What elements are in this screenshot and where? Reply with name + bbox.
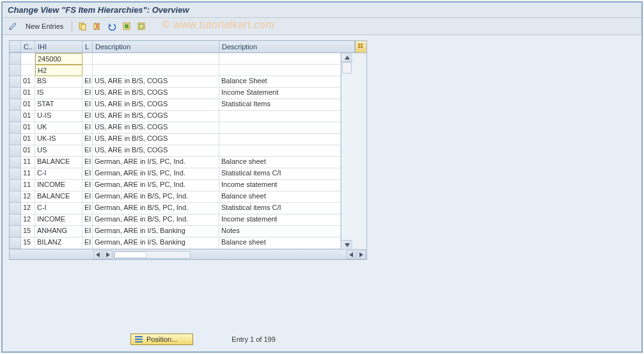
cell-c[interactable]: 12: [21, 191, 35, 203]
cell-lang[interactable]: EI: [82, 111, 93, 122]
cell-c[interactable]: 11: [21, 180, 35, 191]
cell-description-1[interactable]: [93, 53, 219, 65]
table-settings-icon[interactable]: [355, 41, 366, 52]
cell-description-2[interactable]: Notes: [219, 226, 341, 237]
row-selector[interactable]: [10, 237, 21, 249]
cell-description-2[interactable]: Income statement: [219, 180, 341, 191]
cell-lang[interactable]: EI: [82, 180, 93, 191]
cell-ihi[interactable]: UK: [35, 122, 82, 134]
scroll-left-2-icon[interactable]: [347, 250, 356, 259]
select-all-icon[interactable]: [120, 20, 133, 33]
copy-icon[interactable]: [76, 20, 89, 33]
position-button[interactable]: Position...: [130, 334, 193, 345]
cell-lang[interactable]: EI: [82, 168, 93, 180]
cell-description-2[interactable]: Income statement: [219, 214, 341, 226]
cell-description-1[interactable]: US, ARE in B/S, COGS: [93, 76, 219, 88]
cell-ihi[interactable]: US: [35, 145, 82, 157]
delete-icon[interactable]: [91, 20, 104, 33]
cell-description-2[interactable]: [219, 145, 341, 157]
col-description-2[interactable]: Description: [219, 41, 355, 52]
cell-description-2[interactable]: Income Statement: [219, 88, 341, 99]
cell-lang[interactable]: EI: [82, 157, 93, 168]
row-selector[interactable]: [10, 134, 21, 145]
hscroll-thumb[interactable]: [114, 252, 146, 258]
cell-ihi[interactable]: BALANCE: [35, 191, 82, 203]
cell-c[interactable]: 12: [21, 214, 35, 226]
cell-lang[interactable]: [82, 53, 93, 65]
row-selector[interactable]: [10, 122, 21, 134]
vertical-scrollbar[interactable]: [341, 53, 352, 249]
cell-c[interactable]: 01: [21, 88, 35, 99]
cell-description-1[interactable]: [93, 65, 219, 76]
hscroll-track[interactable]: [114, 251, 191, 259]
cell-ihi[interactable]: INCOME: [35, 214, 82, 226]
cell-description-1[interactable]: German, ARE in I/S, PC, Ind.: [93, 157, 219, 168]
cell-lang[interactable]: [82, 65, 93, 76]
cell-lang[interactable]: EI: [82, 145, 93, 157]
cell-description-2[interactable]: Statistical items C/I: [219, 203, 341, 214]
cell-ihi[interactable]: C-I: [35, 168, 82, 180]
cell-c[interactable]: 11: [21, 168, 35, 180]
cell-description-1[interactable]: US, ARE in B/S, COGS: [93, 99, 219, 111]
cell-c[interactable]: 01: [21, 76, 35, 88]
cell-ihi[interactable]: BALANCE: [35, 157, 82, 168]
cell-c[interactable]: [21, 53, 35, 65]
cell-description-1[interactable]: German, ARE in B/S, PC, Ind.: [93, 214, 219, 226]
scroll-right-2-icon[interactable]: [357, 250, 366, 259]
cell-description-2[interactable]: Balance sheet: [219, 237, 341, 249]
undo-icon[interactable]: [106, 20, 118, 33]
row-selector[interactable]: [10, 157, 21, 168]
cell-description-2[interactable]: [219, 65, 341, 76]
cell-description-1[interactable]: German, ARE in I/S, PC, Ind.: [93, 180, 219, 191]
cell-c[interactable]: 01: [21, 134, 35, 145]
cell-c[interactable]: 01: [21, 99, 35, 111]
row-selector[interactable]: [10, 111, 21, 122]
cell-description-2[interactable]: [219, 134, 341, 145]
cell-description-2[interactable]: Statistical Items: [219, 99, 341, 111]
cell-lang[interactable]: EI: [82, 76, 93, 88]
cell-lang[interactable]: EI: [82, 203, 93, 214]
row-selector[interactable]: [10, 214, 21, 226]
cell-description-2[interactable]: Balance Sheet: [219, 76, 341, 88]
cell-description-1[interactable]: US, ARE in B/S, COGS: [93, 134, 219, 145]
cell-c[interactable]: 01: [21, 111, 35, 122]
deselect-all-icon[interactable]: [135, 20, 148, 33]
cell-c[interactable]: 11: [21, 157, 35, 168]
cell-ihi[interactable]: U-IS: [35, 111, 82, 122]
cell-description-1[interactable]: US, ARE in B/S, COGS: [93, 111, 219, 122]
cell-c[interactable]: 15: [21, 237, 35, 249]
row-selector[interactable]: [10, 53, 21, 65]
cell-lang[interactable]: EI: [82, 122, 93, 134]
cell-ihi[interactable]: INCOME: [35, 180, 82, 191]
cell-description-2[interactable]: Statistical items C/I: [219, 168, 341, 180]
scroll-thumb[interactable]: [342, 62, 352, 74]
row-selector[interactable]: [10, 88, 21, 99]
horizontal-scrollbar[interactable]: [10, 249, 366, 259]
row-selector[interactable]: [10, 191, 21, 203]
cell-description-2[interactable]: [219, 122, 341, 134]
row-selector[interactable]: [10, 65, 21, 76]
cell-ihi[interactable]: UK-IS: [35, 134, 82, 145]
cell-ihi[interactable]: ANHANG: [35, 226, 82, 237]
col-c[interactable]: C..: [21, 41, 35, 52]
cell-ihi[interactable]: STAT: [35, 99, 82, 111]
cell-lang[interactable]: EI: [82, 191, 93, 203]
cell-c[interactable]: 01: [21, 122, 35, 134]
cell-lang[interactable]: EI: [82, 214, 93, 226]
cell-description-1[interactable]: US, ARE in B/S, COGS: [93, 88, 219, 99]
cell-lang[interactable]: EI: [82, 226, 93, 237]
cell-ihi[interactable]: C-I: [35, 203, 82, 214]
ihi-input[interactable]: 245000: [35, 53, 82, 65]
row-selector[interactable]: [10, 76, 21, 88]
row-selector[interactable]: [10, 99, 21, 111]
cell-c[interactable]: 15: [21, 226, 35, 237]
cell-ihi[interactable]: BILANZ: [35, 237, 82, 249]
select-all-rows[interactable]: [10, 41, 21, 52]
cell-description-1[interactable]: German, ARE in B/S, PC, Ind.: [93, 203, 219, 214]
cell-description-1[interactable]: German, ARE in I/S, PC, Ind.: [93, 168, 219, 180]
row-selector[interactable]: [10, 226, 21, 237]
cell-description-1[interactable]: US, ARE in B/S, COGS: [93, 122, 219, 134]
col-ihi[interactable]: IHI: [35, 41, 82, 52]
cell-description-1[interactable]: German, ARE in I/S, Banking: [93, 226, 219, 237]
scroll-up-icon[interactable]: [342, 53, 352, 62]
